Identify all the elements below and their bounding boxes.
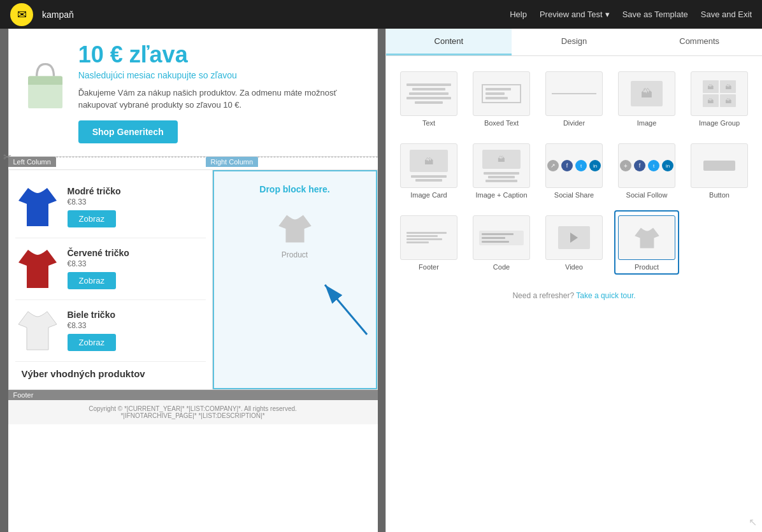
block-code-label: Code xyxy=(493,263,510,271)
block-image-card-label: Image Card xyxy=(410,191,447,199)
svg-rect-4 xyxy=(28,82,62,85)
facebook-icon: f xyxy=(561,160,573,171)
product-price: €8.33 xyxy=(68,321,116,330)
zobraz-button[interactable]: Zobraz xyxy=(68,272,116,289)
right-col-product-preview: Product xyxy=(276,210,314,259)
block-button-label: Button xyxy=(709,191,730,199)
hero-headline: 10 € zľava xyxy=(78,42,364,68)
nav-links: Help Preview and Test ▾ Save as Template… xyxy=(510,10,752,19)
right-panel: Content Design Comments Text xyxy=(385,29,762,532)
product-preview xyxy=(633,224,661,252)
canvas-area: 10 € zľava Nasledujúci mesiac nakupujte … xyxy=(0,29,385,532)
left-column-label: Left Column xyxy=(8,157,56,167)
product-section: Modré tričko €8.33 Zobraz xyxy=(8,169,378,390)
block-boxed-text-label: Boxed Text xyxy=(484,119,519,127)
block-product[interactable]: Product xyxy=(614,210,679,275)
block-footer-label: Footer xyxy=(419,263,439,271)
panel-tabs: Content Design Comments xyxy=(386,29,762,56)
hero-subtitle: Nasledujúci mesiac nakupujte so zľavou xyxy=(78,70,364,80)
block-footer[interactable]: Footer xyxy=(396,210,461,275)
block-text[interactable]: Text xyxy=(396,66,461,131)
product-thumb-blue xyxy=(15,182,60,233)
footer-text2: *|IFNOTARCHIVE_PAGE|* *|LIST:DESCRIPTION… xyxy=(13,412,373,419)
follow-twitter-icon: t xyxy=(648,160,659,171)
campaign-name: kampaň xyxy=(42,10,510,20)
image-caption-icon: 🏔 xyxy=(498,155,505,164)
play-icon xyxy=(570,233,578,243)
save-exit-button[interactable]: Save and Exit xyxy=(701,10,752,19)
product-info: Červené tričko €8.33 Zobraz xyxy=(68,248,129,289)
code-preview xyxy=(479,231,524,245)
button-preview xyxy=(703,161,735,171)
footer-text: Copyright © *|CURRENT_YEAR|* *|LIST:COMP… xyxy=(13,405,373,412)
follow-facebook-icon: f xyxy=(634,160,645,171)
email-footer: Copyright © *|CURRENT_YEAR|* *|LIST:COMP… xyxy=(8,400,378,424)
canvas-inner: 10 € zľava Nasledujúci mesiac nakupujte … xyxy=(8,29,378,532)
svg-text:✉: ✉ xyxy=(17,8,27,21)
image-card-icon: 🏔 xyxy=(424,156,433,166)
block-boxed-text[interactable]: Boxed Text xyxy=(469,66,534,131)
block-social-share[interactable]: ↗ f t in Social Share xyxy=(542,138,607,203)
twitter-icon: t xyxy=(575,160,587,171)
product-name: Červené tričko xyxy=(68,248,129,258)
block-social-follow[interactable]: + f t in Social Follow xyxy=(614,138,679,203)
product-thumb-red xyxy=(15,243,60,294)
block-social-share-label: Social Share xyxy=(554,191,594,199)
right-column-drop-zone[interactable]: Drop block here. Product xyxy=(213,170,377,389)
block-video[interactable]: Video xyxy=(542,210,607,275)
hero-text: 10 € zľava Nasledujúci mesiac nakupujte … xyxy=(78,42,364,143)
block-image-group-label: Image Group xyxy=(699,119,740,127)
mailchimp-logo: ✉ xyxy=(10,3,33,26)
product-info: Modré tričko €8.33 Zobraz xyxy=(68,186,121,227)
product-tshirt-icon xyxy=(633,224,661,252)
block-text-label: Text xyxy=(422,119,435,127)
image-icon: 🏔 xyxy=(641,87,652,101)
zobraz-button[interactable]: Zobraz xyxy=(68,334,116,351)
block-divider[interactable]: Divider xyxy=(542,66,607,131)
block-image-caption[interactable]: 🏔 Image + Caption xyxy=(469,138,534,203)
quick-tour-link[interactable]: Take a quick tour. xyxy=(576,291,635,300)
image-group-icon: 🏔 xyxy=(725,97,731,104)
image-group-icon: 🏔 xyxy=(707,83,714,90)
shop-cta-button[interactable]: Shop Generitech xyxy=(78,120,178,143)
tshirt-blue xyxy=(15,182,60,233)
tab-content[interactable]: Content xyxy=(386,29,512,55)
left-column: Modré tričko €8.33 Zobraz xyxy=(9,170,213,389)
section-divider: ✂ Left Column Right Column xyxy=(8,157,378,169)
tab-comments[interactable]: Comments xyxy=(636,29,762,55)
block-image-card[interactable]: 🏔 Image Card xyxy=(396,138,461,203)
block-code[interactable]: Code xyxy=(469,210,534,275)
block-video-label: Video xyxy=(565,263,583,271)
email-hero: 10 € zľava Nasledujúci mesiac nakupujte … xyxy=(8,29,378,157)
block-social-follow-label: Social Follow xyxy=(626,191,668,199)
save-template-button[interactable]: Save as Template xyxy=(622,10,688,19)
block-image-group[interactable]: 🏔 🏔 🏔 🏔 Image Group xyxy=(687,66,752,131)
product-name: Biele tričko xyxy=(68,310,116,320)
footer-bar: Footer xyxy=(8,390,378,400)
content-blocks-grid: Text Boxed Text Divider xyxy=(386,56,762,285)
product-info: Biele tričko €8.33 Zobraz xyxy=(68,310,116,351)
linkedin-icon: in xyxy=(589,160,601,171)
help-link[interactable]: Help xyxy=(510,10,527,19)
preview-test-button[interactable]: Preview and Test ▾ xyxy=(540,10,610,19)
right-col-product-label: Product xyxy=(282,250,308,259)
image-group-icon: 🏔 xyxy=(725,83,731,90)
tab-design[interactable]: Design xyxy=(512,29,637,55)
product-thumb-white xyxy=(15,305,60,356)
hero-description: Ďakujeme Vám za nákup našich produktov. … xyxy=(78,87,364,111)
main-layout: 10 € zľava Nasledujúci mesiac nakupujte … xyxy=(0,29,762,532)
refresher-text: Need a refresher? Take a quick tour. xyxy=(386,285,762,306)
block-button[interactable]: ↖ Button xyxy=(687,138,752,203)
block-image[interactable]: 🏔 Image xyxy=(614,66,679,131)
block-product-label: Product xyxy=(635,263,659,271)
block-divider-label: Divider xyxy=(563,119,585,127)
scissor-line: ✂ xyxy=(8,157,378,157)
tshirt-white xyxy=(15,305,60,356)
top-navigation: ✉ kampaň Help Preview and Test ▾ Save as… xyxy=(0,0,762,29)
zobraz-button[interactable]: Zobraz xyxy=(68,210,116,227)
tshirt-red xyxy=(15,243,60,294)
video-preview xyxy=(558,226,590,249)
share-icon: ↗ xyxy=(547,160,559,171)
product-item: Červené tričko €8.33 Zobraz xyxy=(15,238,206,300)
block-image-caption-label: Image + Caption xyxy=(475,191,527,199)
